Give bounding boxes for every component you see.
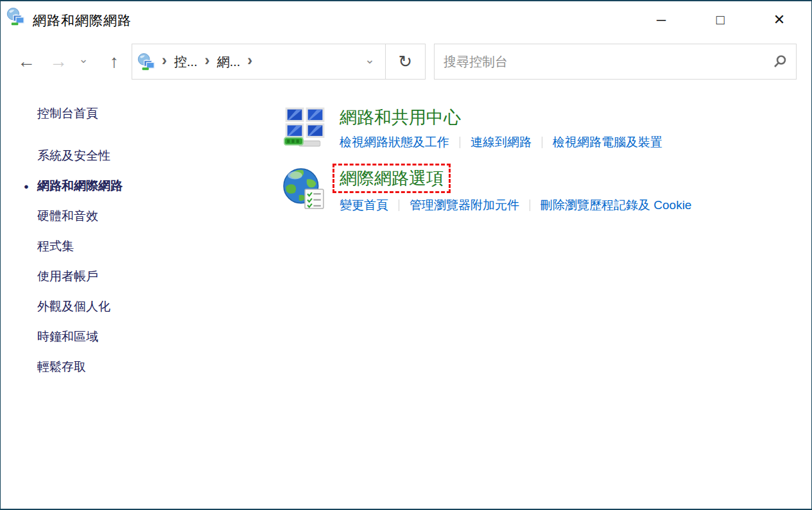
link-delete-browsing-history[interactable]: 刪除瀏覽歷程記錄及 Cookie [540,197,691,214]
breadcrumb[interactable]: › 控... › 網... › ⌄ ↻ [132,44,426,80]
breadcrumb-item-network[interactable]: 網... [217,53,241,71]
task-links: 檢視網路狀態及工作 連線到網路 檢視網路電腦及裝置 [340,134,662,151]
breadcrumb-separator-icon[interactable]: › [198,51,217,69]
window-title: 網路和網際網路 [33,12,132,30]
control-panel-window: 網路和網際網路 ─ □ ✕ ← → ⌄ ↑ › 控... [0,0,812,510]
task-links: 變更首頁 管理瀏覽器附加元件 刪除瀏覽歷程記錄及 Cookie [340,197,691,214]
section-title-network-sharing-center[interactable]: 網路和共用中心 [340,106,662,128]
sidebar-item-ease-of-access[interactable]: 輕鬆存取 [37,359,249,375]
up-button[interactable]: ↑ [106,51,123,72]
sidebar-item-appearance-personalization[interactable]: 外觀及個人化 [37,299,249,314]
link-view-network-status[interactable]: 檢視網路狀態及工作 [340,134,449,151]
sidebar-item-system-security[interactable]: 系統及安全性 [37,148,249,164]
link-separator [460,137,460,148]
breadcrumb-separator-icon[interactable]: › [155,51,174,69]
breadcrumb-item-control-panel[interactable]: 控... [174,53,198,71]
sidebar-item-user-accounts[interactable]: 使用者帳戶 [37,269,249,284]
sidebar-item-clock-region[interactable]: 時鐘和區域 [37,329,249,344]
sidebar: 控制台首頁 系統及安全性 ●網路和網際網路 硬體和音效 程式集 使用者帳戶 外觀… [37,106,249,389]
navigation-bar: ← → ⌄ ↑ › 控... › 網... › ⌄ ↻ [1,38,811,85]
sidebar-item-hardware-sound[interactable]: 硬體和音效 [37,208,249,224]
sidebar-item-network-internet[interactable]: ●網路和網際網路 [37,178,249,194]
breadcrumb-separator-icon[interactable]: › [240,51,259,69]
minimize-button[interactable]: ─ [638,5,684,35]
breadcrumb-dropdown-icon[interactable]: ⌄ [365,52,385,67]
link-separator [542,137,542,148]
refresh-button[interactable]: ↻ [385,44,425,79]
forward-button: → [49,51,66,72]
link-change-homepage[interactable]: 變更首頁 [340,197,388,214]
link-separator [530,200,530,211]
section-network-sharing-center: 網路和共用中心 檢視網路狀態及工作 連線到網路 檢視網路電腦及裝置 [283,106,790,151]
section-internet-options: 網際網路選項 變更首頁 管理瀏覽器附加元件 刪除瀏覽歷程記錄及 Cookie [283,167,790,214]
link-connect-to-network[interactable]: 連線到網路 [471,134,531,151]
sidebar-item-control-panel-home[interactable]: 控制台首頁 [37,106,249,121]
history-dropdown-icon[interactable]: ⌄ [78,52,89,66]
highlight-annotation-box: 網際網路選項 [333,164,451,193]
back-button[interactable]: ← [17,51,34,72]
section-title-internet-options[interactable]: 網際網路選項 [340,169,444,188]
network-internet-icon [6,8,24,26]
search-box[interactable] [434,44,797,80]
link-manage-browser-addons[interactable]: 管理瀏覽器附加元件 [410,197,519,214]
sidebar-item-programs[interactable]: 程式集 [37,239,249,254]
search-input[interactable] [444,55,773,69]
link-view-network-computers[interactable]: 檢視網路電腦及裝置 [553,134,662,151]
sidebar-item-label: 網路和網際網路 [37,179,123,192]
titlebar: 網路和網際網路 ─ □ ✕ [1,1,811,38]
search-icon[interactable] [773,55,787,69]
network-sharing-center-icon[interactable] [283,106,325,149]
close-button[interactable]: ✕ [756,5,802,35]
network-internet-icon [137,53,155,71]
active-bullet-icon: ● [24,179,29,194]
link-separator [399,200,399,211]
maximize-button[interactable]: □ [697,5,743,35]
window-controls: ─ □ ✕ [625,1,802,38]
internet-options-icon[interactable] [283,167,325,210]
main-content: 網路和共用中心 檢視網路狀態及工作 連線到網路 檢視網路電腦及裝置 [283,106,790,230]
